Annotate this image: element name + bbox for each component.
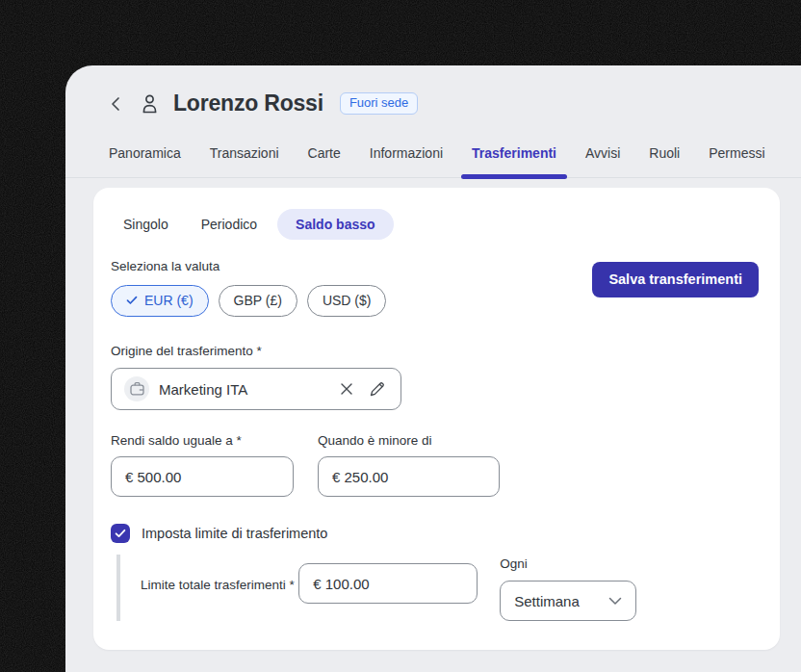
currency-chip-label: GBP (£) (234, 293, 282, 308)
clear-origin-button[interactable] (336, 378, 357, 400)
page-title: Lorenzo Rossi (173, 90, 323, 116)
limit-checkbox[interactable] (111, 524, 130, 543)
subtab-periodico[interactable]: Periodico (189, 209, 270, 240)
currency-and-save-row: Seleziona la valuta EUR (€) GBP (£) USD … (111, 257, 759, 317)
origin-value: Marketing ITA (159, 381, 326, 398)
below-balance-label: Quando è minore di (318, 433, 500, 448)
total-limit-label: Limite totale trasferimenti * (141, 578, 295, 592)
status-badge: Fuori sede (340, 92, 418, 116)
frequency-select[interactable]: Settimana (500, 581, 636, 621)
frequency-group: Ogni Settimana (500, 555, 636, 621)
origin-input[interactable]: Marketing ITA (111, 368, 401, 410)
currency-chip-label: EUR (€) (144, 293, 194, 308)
edit-origin-button[interactable] (367, 378, 388, 400)
wallet-icon (124, 376, 149, 401)
tab-permessi[interactable]: Permessi (709, 145, 764, 177)
frequency-value: Settimana (514, 593, 580, 609)
tab-avvisi[interactable]: Avvisi (585, 145, 620, 177)
origin-field-group: Origine del trasferimento * Marketing IT… (111, 342, 759, 410)
close-icon (340, 382, 353, 396)
limit-checkbox-row: Imposta limite di trasferimento (111, 524, 759, 543)
tab-trasferimenti[interactable]: Trasferimenti (472, 145, 556, 177)
total-limit-input[interactable] (298, 563, 478, 604)
chevron-down-icon (608, 597, 622, 606)
below-balance-group: Quando è minore di (318, 433, 500, 497)
subtab-saldo-basso[interactable]: Saldo basso (277, 209, 393, 240)
subtab-singolo[interactable]: Singolo (111, 209, 181, 240)
below-balance-input[interactable] (318, 456, 500, 497)
equal-balance-label: Rendi saldo uguale a * (111, 433, 294, 448)
limit-fields-section: Limite totale trasferimenti * Ogni Setti… (116, 555, 759, 621)
balance-fields-row: Rendi saldo uguale a * Quando è minore d… (111, 433, 759, 497)
limit-fields-row: Limite totale trasferimenti * Ogni Setti… (141, 555, 759, 621)
checkmark-icon (115, 529, 126, 538)
currency-chip-label: USD ($) (323, 293, 372, 308)
pencil-icon (369, 380, 386, 398)
equal-balance-input[interactable] (111, 456, 294, 497)
transfer-type-tabs: Singolo Periodico Saldo basso (111, 209, 759, 240)
currency-chip-usd[interactable]: USD ($) (307, 285, 387, 317)
total-limit-group: Limite totale trasferimenti * (141, 555, 478, 621)
tab-informazioni[interactable]: Informazioni (370, 145, 443, 177)
tab-bar: Panoramica Transazioni Carte Informazion… (65, 145, 801, 178)
tab-carte[interactable]: Carte (308, 145, 341, 177)
check-icon (126, 296, 138, 305)
equal-balance-group: Rendi saldo uguale a * (111, 433, 294, 497)
profile-header: Lorenzo Rossi Fuori sede (65, 65, 801, 116)
tab-panoramica[interactable]: Panoramica (109, 145, 181, 177)
tab-transazioni[interactable]: Transazioni (210, 145, 279, 177)
chevron-left-icon (110, 96, 121, 112)
transfer-card: Singolo Periodico Saldo basso Seleziona … (93, 188, 780, 650)
tab-ruoli[interactable]: Ruoli (649, 145, 680, 177)
currency-group: Seleziona la valuta EUR (€) GBP (£) USD … (111, 257, 386, 317)
currency-chip-gbp[interactable]: GBP (£) (219, 285, 297, 317)
limit-checkbox-label: Imposta limite di trasferimento (142, 526, 327, 541)
person-icon (138, 92, 161, 116)
main-panel: Lorenzo Rossi Fuori sede Panoramica Tran… (65, 65, 801, 672)
origin-label: Origine del trasferimento * (111, 344, 262, 358)
currency-chips: EUR (€) GBP (£) USD ($) (111, 285, 386, 317)
back-button[interactable] (106, 94, 125, 114)
currency-chip-eur[interactable]: EUR (€) (111, 285, 209, 317)
save-transfers-button[interactable]: Salva transferimenti (592, 262, 759, 297)
currency-label: Seleziona la valuta (111, 259, 220, 273)
frequency-label: Ogni (500, 556, 528, 571)
